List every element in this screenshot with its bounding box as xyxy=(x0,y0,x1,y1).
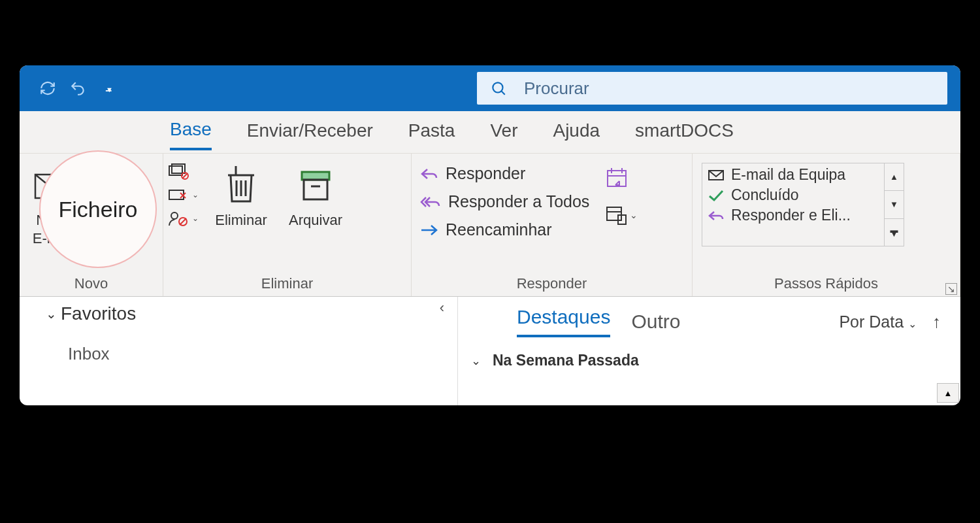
svg-line-7 xyxy=(182,173,188,178)
envelope-icon xyxy=(708,169,725,182)
forward-button[interactable]: Reencaminhar xyxy=(419,220,589,239)
quickstep-item-team-email[interactable]: E-mail da Equipa xyxy=(708,166,879,184)
chevron-down-icon: ⌄ xyxy=(471,354,481,368)
svg-line-13 xyxy=(180,218,186,225)
title-bar: ▁▼ Procurar xyxy=(20,65,960,111)
svg-rect-20 xyxy=(304,180,327,199)
reply-icon xyxy=(419,166,439,182)
gallery-expand-icon[interactable]: ▬▼ xyxy=(885,219,904,246)
date-group-header[interactable]: ⌄ Na Semana Passada xyxy=(458,348,960,373)
collapse-pane-icon[interactable]: ‹ xyxy=(440,299,444,316)
focused-other-tabs: Destaques Outro Por Data ⌄ ↑ xyxy=(458,297,960,337)
chevron-down-icon: ⌄ xyxy=(192,214,199,223)
ribbon-group-responder: Responder Responder a Todos Reencaminhar xyxy=(412,154,693,296)
svg-line-1 xyxy=(501,91,504,94)
delete-button[interactable]: Eliminar xyxy=(205,161,277,229)
reply-all-icon xyxy=(419,194,442,210)
svg-rect-27 xyxy=(607,207,621,220)
group-label-eliminar: Eliminar xyxy=(167,274,407,295)
chevron-down-icon: ⌄ xyxy=(908,318,917,329)
reply-button[interactable]: Responder xyxy=(419,164,589,183)
tab-pasta[interactable]: Pasta xyxy=(408,115,455,149)
tab-enviar-receber[interactable]: Enviar/Receber xyxy=(247,115,373,149)
forward-icon xyxy=(419,222,439,238)
scroll-up-button[interactable]: ▲ xyxy=(937,383,959,403)
group-label-novo: Novo xyxy=(24,274,159,295)
block-sender-button[interactable]: ⌄ xyxy=(167,210,199,227)
reply-icon xyxy=(708,209,725,222)
favorites-section-header[interactable]: ⌄ Favoritos xyxy=(46,303,448,324)
message-list: Destaques Outro Por Data ⌄ ↑ ⌄ Na Semana… xyxy=(457,297,960,405)
folder-inbox[interactable]: Inbox xyxy=(46,324,448,364)
search-placeholder: Procurar xyxy=(524,78,589,99)
tab-other[interactable]: Outro xyxy=(631,311,680,333)
quicksteps-gallery[interactable]: E-mail da Equipa Concluído Responder e E… xyxy=(702,163,904,246)
outlook-window: ▁▼ Procurar Base Enviar/Receber Pasta Ve… xyxy=(20,65,960,405)
ribbon: Novo E-mail Novos Itens ⌄ Novo xyxy=(20,153,960,297)
reply-all-button[interactable]: Responder a Todos xyxy=(419,192,589,211)
dialog-launcher-icon[interactable]: ↘ xyxy=(945,283,957,295)
sync-icon[interactable] xyxy=(39,80,56,97)
sort-direction-button[interactable]: ↑ xyxy=(932,312,941,332)
tab-ver[interactable]: Ver xyxy=(490,115,517,149)
search-icon xyxy=(490,80,507,97)
check-icon xyxy=(708,189,725,202)
archive-button[interactable]: Arquivar xyxy=(280,161,351,229)
tab-smartdocs[interactable]: smartDOCS xyxy=(635,115,734,149)
ribbon-group-quicksteps: E-mail da Equipa Concluído Responder e E… xyxy=(693,154,960,296)
tab-focused[interactable]: Destaques xyxy=(517,306,610,337)
svg-rect-19 xyxy=(302,172,329,180)
chevron-down-icon: ⌄ xyxy=(192,190,199,199)
svg-point-0 xyxy=(493,82,502,92)
more-respond-button[interactable]: ⌄ xyxy=(605,205,638,226)
quickstep-item-done[interactable]: Concluído xyxy=(708,186,879,204)
archive-icon xyxy=(298,163,333,207)
tab-base[interactable]: Base xyxy=(170,114,212,150)
chevron-down-icon: ⌄ xyxy=(46,306,57,322)
file-tab-label: Ficheiro xyxy=(59,197,138,222)
folder-pane: ‹ ⌄ Favoritos Inbox xyxy=(20,297,457,405)
quickstep-item-reply-delete[interactable]: Responder e Eli... xyxy=(708,207,879,224)
workspace: ‹ ⌄ Favoritos Inbox Destaques Outro Por … xyxy=(20,297,960,405)
chevron-down-icon: ⌄ xyxy=(630,210,638,220)
ignore-conversation-button[interactable] xyxy=(167,163,199,180)
quicksteps-scrollbar[interactable]: ▲ ▼ ▬▼ xyxy=(884,163,904,246)
file-tab-callout[interactable]: Ficheiro xyxy=(39,150,157,268)
ribbon-group-eliminar: ⌄ ⌄ Eliminar Arq xyxy=(163,154,412,296)
qat-customize-icon[interactable]: ▁▼ xyxy=(106,86,111,92)
ribbon-tabs: Base Enviar/Receber Pasta Ver Ajuda smar… xyxy=(20,111,960,153)
sort-by-button[interactable]: Por Data ⌄ xyxy=(839,312,917,331)
trash-icon xyxy=(224,163,258,207)
meeting-button[interactable] xyxy=(605,167,638,189)
quick-access-toolbar: ▁▼ xyxy=(39,80,111,97)
tab-ajuda[interactable]: Ajuda xyxy=(553,115,600,149)
svg-point-11 xyxy=(171,212,178,219)
scroll-up-icon[interactable]: ▲ xyxy=(885,163,904,191)
cleanup-button[interactable]: ⌄ xyxy=(167,186,199,203)
group-label-responder: Responder xyxy=(416,274,688,295)
scroll-down-icon[interactable]: ▼ xyxy=(885,191,904,218)
search-box[interactable]: Procurar xyxy=(477,72,947,105)
undo-icon[interactable] xyxy=(69,80,86,97)
group-label-quicksteps: Passos Rápidos xyxy=(696,274,956,295)
